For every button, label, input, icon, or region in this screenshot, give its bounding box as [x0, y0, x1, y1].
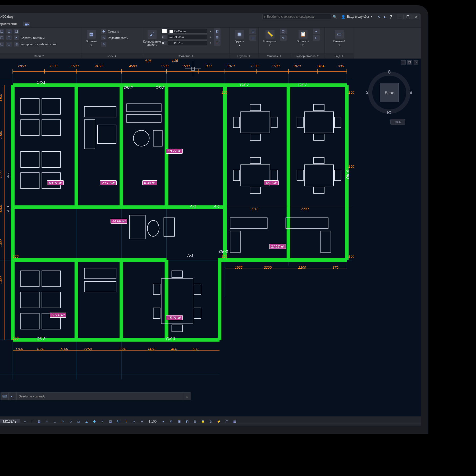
group-extra-2[interactable]: ◫ [249, 35, 256, 41]
util-extra-2[interactable]: ✎ [280, 35, 287, 41]
otrack-toggle-icon[interactable]: ∠ [83, 418, 90, 425]
dim: 330 [206, 64, 212, 68]
match-properties-button[interactable]: 🖌 Копирование свойств [144, 29, 160, 48]
search-placeholder: Введите ключевое слово/фразу [267, 15, 314, 19]
lt-extra-icon[interactable]: ☰ [214, 40, 221, 46]
ribbon-pin-toggle[interactable]: ▣▸ [23, 22, 30, 26]
layer-tool-1[interactable]: ❏ [0, 29, 4, 34]
layer-tool-2[interactable]: ❏ [0, 35, 4, 41]
util-extra-1[interactable]: ❐ [280, 29, 287, 34]
scale-dd-icon[interactable]: ▾ [160, 418, 167, 425]
group-extra-1[interactable]: ◫ [249, 29, 256, 34]
layer-tool-3[interactable]: ❏ [0, 41, 4, 47]
snap-toggle-icon[interactable]: ⌗ [43, 418, 50, 425]
dim: 150 [13, 254, 19, 258]
cut-icon[interactable]: ✂ [313, 29, 320, 34]
make-current-button[interactable]: ✔Сделать текущим [14, 35, 56, 41]
command-recent-icon[interactable]: ▸_ [9, 393, 17, 400]
layer-tool-7[interactable]: ❏ [14, 29, 56, 34]
svg-rect-45 [314, 157, 324, 164]
create-block-button[interactable]: ✚Создать [101, 29, 128, 34]
dim: 150 [349, 164, 354, 168]
grid-toggle-icon[interactable]: ▦ [35, 418, 42, 425]
panel-title-layers[interactable]: Слои▼ [0, 53, 81, 58]
svg-rect-21 [84, 120, 95, 149]
viewport[interactable]: — ❐ ✕ Верх С Ю В З МСК [0, 59, 421, 416]
customize-status-icon[interactable]: ☰ [231, 418, 238, 425]
lineweight-dropdown[interactable]: ≡— ПоСлою▾▤ [162, 34, 227, 40]
window-restore-button[interactable]: ❐ [405, 14, 411, 19]
panel-title-groups[interactable]: Группы▼ [230, 53, 258, 58]
units-icon[interactable]: ◧ [184, 418, 190, 425]
window-minimize-button[interactable]: — [397, 14, 404, 19]
dim: 1300 [0, 276, 3, 284]
panel-title-utilities[interactable]: Утилиты▼ [259, 53, 290, 58]
dim: 150 [349, 90, 354, 94]
room-tag: ОК-3 [36, 336, 45, 341]
dim: 4,26 [145, 59, 152, 63]
group-button[interactable]: ▣ Группа▼ [232, 29, 247, 48]
annotation-scale[interactable]: 1:100 [147, 420, 159, 423]
cleanscreen-icon[interactable]: ▢ [223, 418, 230, 425]
help-icon[interactable]: ❔ [389, 15, 393, 19]
svg-rect-13 [42, 98, 60, 114]
transparency-icon[interactable]: ▤ [107, 418, 114, 425]
quickprops-icon[interactable]: ⧉ [191, 418, 198, 425]
ann-auto-icon[interactable]: A [139, 418, 145, 425]
lw-extra-icon[interactable]: ▤ [214, 34, 221, 40]
panel-title-block[interactable]: Блок▼ [81, 53, 142, 58]
exchange-icon[interactable]: ✕· [377, 15, 381, 19]
iso-toggle-icon[interactable]: ◇ [67, 418, 74, 425]
panel-title-clipboard[interactable]: Буфер обмена▼ [290, 53, 324, 58]
layer-tool-4[interactable]: ❏ [6, 29, 12, 34]
model-space-tab[interactable]: МОДЕЛЬ [0, 419, 20, 424]
walk-icon[interactable]: 🚶 [123, 418, 130, 425]
command-line[interactable]: ⌨ ▸_ Введите команду ▴ [1, 392, 191, 400]
search-icon[interactable]: 🔍 [333, 15, 337, 19]
insert-block-button[interactable]: ▦ Вставка ▼ [84, 29, 99, 48]
room-tag: ОК-1 [36, 80, 45, 84]
app-menu-link[interactable]: приложения [0, 22, 17, 26]
copy-icon[interactable]: ⎘ [313, 35, 320, 41]
panel-title-properties[interactable]: Свойства▼ [142, 53, 229, 58]
svg-rect-29 [271, 117, 277, 128]
svg-rect-32 [304, 112, 333, 133]
dynamic-input-icon[interactable]: ✚ [91, 418, 98, 425]
polar-toggle-icon[interactable]: ✧ [59, 418, 66, 425]
ortho-toggle-icon[interactable]: ∟ [51, 418, 58, 425]
dim: 370 [333, 266, 338, 269]
monitor-icon[interactable]: ▣ [176, 418, 182, 425]
color-extra-icon[interactable]: ◧ [214, 28, 221, 34]
room-area: 15.01 м² [166, 315, 183, 320]
copy-layer-props-button[interactable]: ⎘Копировать свойства слоя [14, 41, 56, 47]
dim: 500 [193, 347, 198, 351]
window-close-button[interactable]: ✕ [413, 14, 419, 19]
keyword-search[interactable]: ▸ Введите ключевое слово/фразу [262, 14, 331, 19]
ws-switch-icon[interactable]: ⚙ [168, 418, 175, 425]
isolate-icon[interactable]: ⊘ [207, 418, 214, 425]
lock-ui-icon[interactable]: 🔒 [199, 418, 206, 425]
ann-monitor-icon[interactable]: 人 [131, 418, 138, 425]
hardware-accel-icon[interactable]: ⚡ [215, 418, 222, 425]
user-icon: 👤 [341, 15, 345, 19]
color-dropdown[interactable]: ПоСлою▾◧ [162, 29, 227, 34]
panel-title-view[interactable]: Вид▼ [325, 53, 354, 58]
cycle-toggle-icon[interactable]: ↻ [115, 418, 122, 425]
layer-tool-5[interactable]: ❏ [6, 35, 12, 41]
command-input[interactable]: Введите команду [17, 395, 183, 398]
measure-button[interactable]: 📏 Измерить▼ [262, 29, 278, 48]
account-sign-in[interactable]: 👤 Вход в службы ▼ [338, 15, 376, 19]
command-handle-icon[interactable]: ⌨ [1, 393, 9, 400]
layout-plus-icon[interactable]: ＋ [21, 418, 28, 425]
base-view-button[interactable]: ▭ Базовый▼ [332, 29, 347, 48]
viewcube-top-face[interactable]: Верх [380, 83, 399, 102]
edit-block-button[interactable]: ✎Редактировать [101, 35, 128, 41]
layer-tool-6[interactable]: ❏ [6, 41, 12, 47]
command-expand-icon[interactable]: ▴ [183, 393, 191, 400]
osnap-toggle-icon[interactable]: □ [75, 418, 82, 425]
cloud-icon[interactable]: ▲· [383, 15, 387, 19]
lwt-toggle-icon[interactable]: ≡ [99, 418, 106, 425]
block-attr-button[interactable]: A [101, 41, 128, 47]
paste-button[interactable]: 📋 Вставить▼ [295, 29, 311, 48]
linetype-dropdown[interactable]: ≣–– ПоСл…▾☰ [162, 40, 227, 45]
